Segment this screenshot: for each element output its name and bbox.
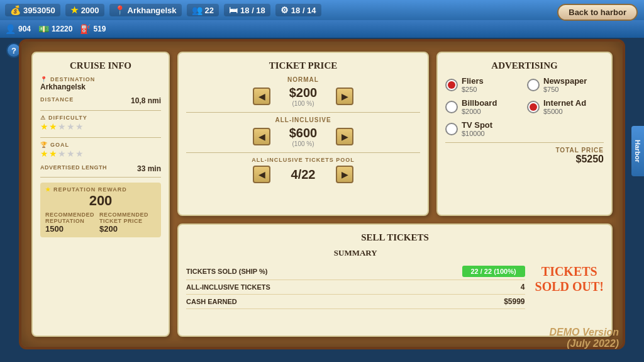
goal-label: 🏆 GOAL — [40, 142, 161, 148]
fuel-display: ⛽ 519 — [80, 24, 106, 34]
difficulty-label: ⚠ DIFFICULTY — [40, 115, 161, 121]
ticket-price-title: TICKET PRICE — [186, 60, 420, 71]
ad-price-fliers: $250 — [462, 86, 484, 93]
distance-value: 10,8 nmi — [131, 96, 161, 105]
ad-item-internet-ad: Internet Ad $5000 — [527, 98, 604, 115]
pool-decrease-button[interactable]: ◀ — [253, 166, 270, 183]
normal-ticket-section: NORMAL ◀ $200 (100 %) ▶ — [186, 76, 420, 107]
main-board: CRUISE INFO 📍 DESTINATION Arkhangelsk DI… — [19, 39, 625, 349]
cash-earned-value: $5999 — [504, 297, 525, 306]
ad-radio-tv-spot[interactable] — [445, 123, 458, 135]
distance-row: DISTANCE 10,8 nmi — [40, 96, 161, 105]
total-price-section: TOTAL PRICE $5250 — [445, 142, 604, 165]
pool-value: 4/22 — [278, 167, 328, 182]
top-bar: 💰 3953050 ★ 2000 📍 Arkhangelsk 👥 22 🛏 18… — [0, 0, 644, 20]
ad-name-internet-ad: Internet Ad — [543, 98, 586, 108]
normal-ticket-percent: (100 %) — [278, 100, 328, 107]
normal-ticket-decrease-button[interactable]: ◀ — [253, 88, 270, 105]
cabins-display: 🛏 18 / 18 — [224, 4, 270, 16]
reputation-star-icon: ★ — [45, 186, 51, 193]
all-inclusive-increase-button[interactable]: ▶ — [336, 128, 353, 145]
star-display: ★ 2000 — [65, 4, 104, 16]
ad-radio-fliers[interactable] — [445, 79, 458, 91]
rec-ticket: RECOMMENDED TICKET PRICE $200 — [99, 212, 156, 234]
destination-value: Arkhangelsk — [40, 82, 161, 91]
board-content: CRUISE INFO 📍 DESTINATION Arkhangelsk DI… — [31, 52, 613, 337]
money-value: 3953050 — [23, 6, 55, 15]
ad-item-tv-spot: TV Spot $10000 — [445, 120, 522, 137]
harbor-tab[interactable]: Harbor — [631, 126, 644, 176]
advertising-title: ADVERTISING — [445, 60, 604, 71]
difficulty-icon: ⚠ — [40, 115, 46, 121]
pool-label: ALL-INCLUSIVE TICKETS POOL — [186, 157, 420, 163]
reputation-section: ★ REPUTATION REWARD 200 RECOMMENDED REPU… — [40, 183, 161, 237]
sell-tickets-inner: SUMMARY TICKETS SOLD (SHIP %) 22 / 22 (1… — [186, 248, 604, 309]
ad-price-newspaper: $750 — [543, 86, 587, 93]
items-value: 18 / 14 — [291, 6, 316, 15]
cruise-info-title: CRUISE INFO — [40, 60, 161, 71]
demo-version: DEMO Version (July 2022) — [549, 327, 619, 349]
ad-grid: Fliers $250 Newspaper $750 Billb — [445, 76, 604, 137]
location-display: 📍 Arkhangelsk — [109, 4, 182, 16]
summary-section: SUMMARY TICKETS SOLD (SHIP %) 22 / 22 (1… — [186, 248, 525, 309]
tickets-sold-fill: 22 / 22 (100%) — [462, 266, 525, 277]
crew-value: 22 — [205, 6, 214, 15]
sell-tickets-card: SELL TICKETS SUMMARY TICKETS SOLD (SHIP … — [177, 223, 613, 337]
ad-item-newspaper: Newspaper $750 — [527, 76, 604, 93]
all-inclusive-value: $600 — [278, 126, 328, 140]
items-icon: ⚙ — [280, 5, 289, 15]
cash-earned-label: CASH EARNED — [186, 298, 237, 305]
summary-title: SUMMARY — [186, 248, 525, 258]
all-inclusive-row: ALL-INCLUSIVE TICKETS 4 — [186, 280, 525, 295]
destination-icon: 📍 — [40, 76, 48, 82]
cabins-value: 18 / 18 — [240, 6, 265, 15]
advertised-length-label: ADVERTISED LENGTH — [40, 164, 107, 173]
cash-earned-row: CASH EARNED $5999 — [186, 295, 525, 309]
normal-ticket-control: ◀ $200 (100 %) ▶ — [186, 86, 420, 107]
ad-radio-newspaper[interactable] — [527, 79, 540, 91]
location-value: Arkhangelsk — [128, 6, 177, 15]
advertising-card: ADVERTISING Fliers $250 Newspaper $750 — [436, 52, 613, 216]
tickets-sold-out-text: TICKETS SOLD OUT! — [535, 264, 604, 294]
rep-details: RECOMMENDED REPUTATION 1500 RECOMMENDED … — [45, 212, 156, 234]
cash-icon: 💵 — [38, 24, 49, 34]
pool-section: ALL-INCLUSIVE TICKETS POOL ◀ 4/22 ▶ — [186, 157, 420, 183]
tickets-sold-label: TICKETS SOLD (SHIP %) — [186, 268, 267, 275]
ad-price-internet-ad: $5000 — [543, 108, 586, 115]
all-inclusive-summary-label: ALL-INCLUSIVE TICKETS — [186, 283, 270, 291]
tickets-sold-row: TICKETS SOLD (SHIP %) 22 / 22 (100%) — [186, 263, 525, 280]
destination-label: 📍 DESTINATION — [40, 76, 161, 82]
passenger-icon: 👤 — [5, 24, 16, 34]
pool-increase-button[interactable]: ▶ — [336, 166, 353, 183]
ad-name-fliers: Fliers — [462, 76, 484, 86]
all-inclusive-percent: (100 %) — [278, 140, 328, 147]
ad-name-tv-spot: TV Spot — [462, 120, 492, 130]
demo-version-line1: DEMO Version — [549, 327, 619, 338]
distance-label: DISTANCE — [40, 96, 74, 105]
rec-reputation: RECOMMENDED REPUTATION 1500 — [45, 212, 99, 234]
star-icon: ★ — [70, 5, 79, 15]
demo-version-line2: (July 2022) — [549, 338, 619, 349]
passengers-display: 👤 904 — [5, 24, 31, 34]
tickets-sold-out-section: TICKETS SOLD OUT! — [535, 248, 604, 309]
all-inclusive-decrease-button[interactable]: ◀ — [253, 128, 270, 145]
ad-radio-internet-ad[interactable] — [527, 101, 540, 113]
fuel-icon: ⛽ — [80, 24, 91, 34]
normal-ticket-increase-button[interactable]: ▶ — [336, 88, 353, 105]
goal-stars: ★ ★ ★ ★ ★ — [40, 149, 84, 159]
second-bar: 👤 904 💵 12220 ⛽ 519 — [0, 20, 644, 38]
ad-price-billboard: $2000 — [462, 108, 497, 115]
summary-table: TICKETS SOLD (SHIP %) 22 / 22 (100%) ALL… — [186, 263, 525, 309]
all-inclusive-ticket-section: ALL-INCLUSIVE ◀ $600 (100 %) ▶ — [186, 116, 420, 147]
cash-display: 💵 12220 — [38, 24, 72, 34]
fuel-value: 519 — [93, 25, 106, 33]
destination-row: 📍 DESTINATION Arkhangelsk — [40, 76, 161, 91]
ad-radio-billboard[interactable] — [445, 101, 458, 113]
money-display: 💰 3953050 — [5, 4, 60, 16]
total-price-label: TOTAL PRICE — [445, 147, 604, 154]
difficulty-row: ⚠ DIFFICULTY ★ ★ ★ ★ ★ — [40, 115, 161, 132]
difficulty-stars: ★ ★ ★ ★ ★ — [40, 122, 84, 132]
all-inclusive-ticket-label: ALL-INCLUSIVE — [186, 116, 420, 123]
all-inclusive-summary-value: 4 — [521, 283, 525, 291]
back-to-harbor-button[interactable]: Back to harbor — [557, 4, 638, 21]
